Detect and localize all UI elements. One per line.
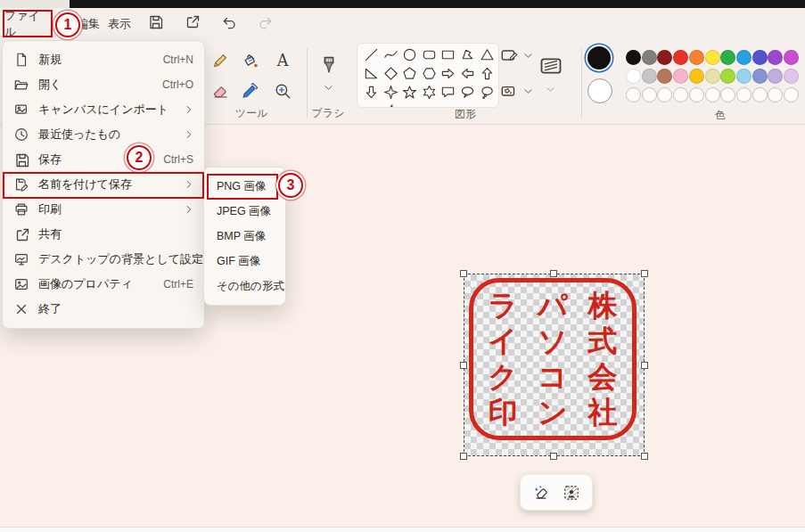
palette-color[interactable] <box>689 69 704 84</box>
file-menu-item-新規[interactable]: 新規Ctrl+N <box>3 47 204 72</box>
palette-color[interactable] <box>768 50 783 65</box>
file-menu-item-終了[interactable]: 終了 <box>3 297 204 322</box>
brush-button[interactable] <box>317 52 341 78</box>
shape-four-point-star[interactable] <box>383 85 398 100</box>
magic-eraser-icon[interactable] <box>531 483 551 503</box>
file-menu-item-印刷[interactable]: 印刷 <box>3 197 204 222</box>
file-menu-item-画像のプロパティ[interactable]: 画像のプロパティCtrl+E <box>3 272 204 297</box>
shape-line[interactable] <box>364 47 379 62</box>
menu-file-annotated[interactable]: ファイル <box>3 10 53 37</box>
palette-color[interactable] <box>642 50 657 65</box>
palette-empty-slot[interactable] <box>705 87 720 102</box>
eraser-icon[interactable] <box>210 81 230 101</box>
shape-hexagon[interactable] <box>422 66 437 81</box>
palette-color[interactable] <box>626 50 641 65</box>
file-menu-item-保存[interactable]: 保存Ctrl+S <box>3 147 204 172</box>
palette-empty-slot[interactable] <box>752 87 768 102</box>
selection-handle[interactable] <box>641 270 648 277</box>
shape-heart[interactable] <box>364 103 379 108</box>
palette-empty-slot[interactable] <box>720 87 735 102</box>
submenu-item-PNG 画像[interactable]: PNG 画像 <box>204 174 285 199</box>
palette-empty-slot[interactable] <box>626 87 641 102</box>
file-menu-item-共有[interactable]: 共有 <box>3 222 204 247</box>
remove-background-icon[interactable] <box>562 483 581 503</box>
shape-oval[interactable] <box>402 47 417 62</box>
shape-five-point-star[interactable] <box>402 85 417 100</box>
chevron-down-icon[interactable] <box>522 50 534 61</box>
selection-handle[interactable] <box>641 453 648 460</box>
shape-pentagon[interactable] <box>402 66 417 81</box>
text-icon[interactable]: A <box>273 51 292 70</box>
file-menu-item-デスクトップの背景として設定[interactable]: デスクトップの背景として設定 <box>3 247 204 272</box>
palette-color[interactable] <box>705 69 720 84</box>
shape-polygon[interactable] <box>460 47 475 62</box>
palette-color[interactable] <box>720 50 735 65</box>
chevron-down-icon[interactable] <box>522 86 534 97</box>
palette-color[interactable] <box>673 69 688 84</box>
shape-triangle[interactable] <box>480 47 495 62</box>
eyedropper-icon[interactable] <box>240 81 259 101</box>
undo-icon[interactable] <box>219 12 239 32</box>
magnifier-icon[interactable] <box>273 81 292 101</box>
shape-speech-bubble[interactable] <box>440 85 456 100</box>
submenu-item-BMP 画像[interactable]: BMP 画像 <box>204 224 285 249</box>
file-menu-item-開く[interactable]: 開くCtrl+O <box>3 72 204 97</box>
palette-empty-slot[interactable] <box>642 87 657 102</box>
file-menu-item-名前を付けて保存[interactable]: 名前を付けて保存 <box>3 172 204 197</box>
palette-empty-slot[interactable] <box>784 87 799 102</box>
shape-cloud-speech-bubble[interactable] <box>480 85 495 100</box>
palette-color[interactable] <box>784 50 799 65</box>
shape-arrow-right[interactable] <box>440 66 456 81</box>
selection-handle[interactable] <box>550 453 557 460</box>
chevron-down-icon[interactable] <box>322 82 335 93</box>
background-color-swatch[interactable] <box>587 78 612 103</box>
shape-rectangle[interactable] <box>440 47 456 62</box>
shape-fill-button[interactable] <box>499 81 519 101</box>
palette-empty-slot[interactable] <box>657 87 672 102</box>
palette-empty-slot[interactable] <box>768 87 783 102</box>
menu-view[interactable]: 表示 <box>108 16 131 32</box>
shape-lightning[interactable] <box>383 103 398 108</box>
palette-color[interactable] <box>736 69 752 84</box>
shape-oval-speech-bubble[interactable] <box>460 85 475 100</box>
palette-color[interactable] <box>752 69 768 84</box>
file-menu-item-キャンバスにインポート[interactable]: キャンバスにインポート <box>3 97 204 122</box>
palette-color[interactable] <box>673 50 688 65</box>
chevron-down-icon[interactable] <box>545 84 556 95</box>
shape-outline-button[interactable] <box>499 45 519 65</box>
submenu-item-その他の形式[interactable]: その他の形式 <box>204 274 285 299</box>
palette-color[interactable] <box>657 50 672 65</box>
palette-color[interactable] <box>705 50 720 65</box>
selection-handle[interactable] <box>641 362 648 369</box>
shape-diamond[interactable] <box>383 66 398 81</box>
foreground-color-swatch[interactable] <box>587 46 611 70</box>
palette-color[interactable] <box>752 50 768 65</box>
shape-arrow-left[interactable] <box>460 66 475 81</box>
shape-rounded-rectangle[interactable] <box>422 47 437 62</box>
redo-icon[interactable] <box>256 12 275 32</box>
stroke-size-button[interactable] <box>538 53 563 78</box>
palette-color[interactable] <box>626 69 641 84</box>
submenu-item-GIF 画像[interactable]: GIF 画像 <box>204 249 285 274</box>
shape-arrow-up[interactable] <box>480 66 495 81</box>
palette-color[interactable] <box>657 69 672 84</box>
palette-empty-slot[interactable] <box>736 87 752 102</box>
palette-empty-slot[interactable] <box>673 87 688 102</box>
shape-arrow-down[interactable] <box>364 85 379 100</box>
pencil-icon[interactable] <box>210 51 230 70</box>
palette-color[interactable] <box>768 69 783 84</box>
palette-color[interactable] <box>689 50 704 65</box>
palette-color[interactable] <box>720 69 735 84</box>
submenu-item-JPEG 画像[interactable]: JPEG 画像 <box>204 199 285 224</box>
selection-handle[interactable] <box>460 362 467 369</box>
palette-color[interactable] <box>642 69 657 84</box>
palette-empty-slot[interactable] <box>689 87 704 102</box>
file-menu-item-最近使ったもの[interactable]: 最近使ったもの <box>3 122 204 147</box>
save-icon[interactable] <box>146 12 166 32</box>
selection-handle[interactable] <box>460 270 467 277</box>
shape-right-triangle[interactable] <box>364 66 379 81</box>
selection-handle[interactable] <box>460 453 467 460</box>
fill-bucket-icon[interactable] <box>240 51 259 70</box>
share-icon[interactable] <box>183 12 202 32</box>
shape-curve[interactable] <box>383 47 398 62</box>
